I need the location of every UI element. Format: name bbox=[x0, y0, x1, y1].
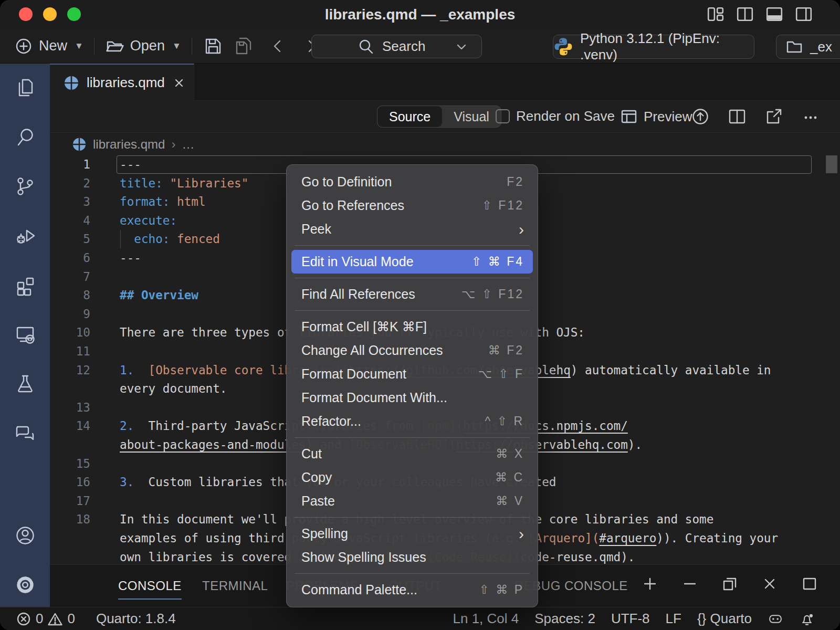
remote-icon[interactable] bbox=[14, 323, 37, 346]
workspace-selector[interactable]: _ex bbox=[776, 35, 840, 59]
status-bell-icon[interactable] bbox=[799, 611, 815, 627]
search-icon bbox=[357, 38, 375, 56]
panel-minimize-icon[interactable] bbox=[680, 574, 699, 593]
bell-icon bbox=[799, 611, 815, 627]
line-number: 1 bbox=[50, 155, 90, 174]
status-copilot-icon[interactable] bbox=[768, 611, 783, 627]
toggle-secondary-sidebar-icon[interactable] bbox=[795, 6, 813, 22]
code-token: --- bbox=[120, 251, 141, 265]
menu-item-copy[interactable]: Copy⌘ C bbox=[287, 466, 538, 489]
menu-item-go-to-references[interactable]: Go to References⇧ F12 bbox=[287, 194, 538, 217]
plus-circle-icon bbox=[15, 37, 33, 55]
status-eol[interactable]: LF bbox=[666, 611, 681, 627]
panel-add-icon[interactable] bbox=[640, 574, 659, 593]
chevron-down-icon bbox=[453, 38, 470, 55]
preview-button[interactable]: Preview bbox=[620, 108, 692, 125]
status-quarto-version[interactable]: Quarto: 1.8.4 bbox=[96, 611, 176, 627]
panel-tab-terminal[interactable]: TERMINAL bbox=[202, 565, 268, 607]
preview-label: Preview bbox=[644, 109, 692, 125]
panel-tab-console[interactable]: CONSOLE bbox=[118, 565, 182, 607]
menu-item-format-document[interactable]: Format Document⌥ ⇧ F bbox=[287, 362, 538, 386]
status-language-mode[interactable]: {} Quarto bbox=[697, 611, 752, 627]
split-editor-icon[interactable] bbox=[728, 107, 747, 126]
menu-item-label: Format Document bbox=[301, 366, 406, 382]
more-actions-icon[interactable] bbox=[801, 107, 820, 126]
menu-item-spelling[interactable]: Spelling› bbox=[287, 522, 538, 545]
menu-item-refactor[interactable]: Refactor...^ ⇧ R bbox=[287, 410, 538, 433]
menu-item-cut[interactable]: Cut⌘ X bbox=[287, 442, 538, 466]
split-editor-columns-icon[interactable] bbox=[736, 6, 754, 22]
menu-separator bbox=[295, 310, 530, 311]
visual-mode-button[interactable]: Visual bbox=[442, 106, 501, 127]
beaker-icon[interactable] bbox=[14, 372, 37, 395]
status-problems[interactable]: 0 0 bbox=[16, 611, 75, 627]
code-text: ## Overview bbox=[120, 286, 198, 305]
menu-item-edit-in-visual-mode[interactable]: Edit in Visual Mode⇧ ⌘ F4 bbox=[291, 250, 533, 274]
panel-restore-icon[interactable] bbox=[720, 574, 739, 593]
code-text: --- bbox=[120, 249, 141, 268]
menu-item-change-all-occurrences[interactable]: Change All Occurrences⌘ F2 bbox=[287, 339, 538, 362]
menu-item-go-to-definition[interactable]: Go to DefinitionF2 bbox=[287, 170, 538, 194]
open-button[interactable]: Open ▼ bbox=[105, 37, 181, 56]
line-number: 2 bbox=[50, 174, 90, 193]
open-in-new-window-icon[interactable] bbox=[764, 107, 783, 126]
code-token: [Arquero]( bbox=[528, 531, 599, 545]
code-token bbox=[134, 363, 148, 377]
new-button[interactable]: New ▼ bbox=[15, 37, 83, 55]
line-number: 8 bbox=[50, 286, 90, 305]
open-button-label: Open bbox=[130, 38, 165, 54]
chevron-down-icon: ▼ bbox=[172, 41, 181, 51]
menu-item-peek[interactable]: Peek› bbox=[287, 217, 538, 241]
status-encoding[interactable]: UTF-8 bbox=[611, 611, 650, 627]
tab-libraries-qmd[interactable]: libraries.qmd bbox=[50, 64, 194, 101]
settings-gear-icon[interactable] bbox=[14, 573, 37, 596]
breadcrumb-file[interactable]: libraries.qmd bbox=[93, 137, 165, 152]
menu-item-paste[interactable]: Paste⌘ V bbox=[287, 489, 538, 513]
save-icon[interactable] bbox=[203, 36, 224, 57]
menu-item-shortcut: ⇧ ⌘ F4 bbox=[471, 255, 524, 269]
menu-item-label: Show Spelling Issues bbox=[301, 550, 426, 565]
status-indentation[interactable]: Spaces: 2 bbox=[534, 611, 595, 627]
code-token: ) automatically available in bbox=[571, 363, 771, 377]
navigate-back-icon[interactable] bbox=[269, 37, 288, 56]
line-number: 12 bbox=[50, 361, 90, 380]
line-number: 18 bbox=[50, 510, 90, 529]
close-tab-icon[interactable] bbox=[172, 76, 186, 90]
editor-scrollbar[interactable] bbox=[826, 155, 837, 173]
preview-icon bbox=[620, 108, 638, 125]
source-control-icon[interactable] bbox=[14, 175, 37, 198]
code-token: #arquero bbox=[599, 531, 656, 545]
render-on-save-checkbox[interactable] bbox=[496, 109, 510, 123]
panel-layout-icon[interactable] bbox=[800, 574, 819, 593]
context-menu: Go to DefinitionF2Go to References⇧ F12P… bbox=[286, 164, 538, 607]
source-mode-button[interactable]: Source bbox=[377, 106, 442, 127]
extensions-icon[interactable] bbox=[14, 274, 37, 297]
menu-item-format-cell-k-f[interactable]: Format Cell [⌘K ⌘F] bbox=[287, 315, 538, 339]
menu-item-label: Spelling bbox=[301, 526, 348, 541]
interpreter-selector[interactable]: Python 3.12.1 (PipEnv: .venv) bbox=[553, 35, 754, 59]
code-token: --- bbox=[120, 158, 141, 171]
menu-item-show-spelling-issues[interactable]: Show Spelling Issues bbox=[287, 545, 538, 569]
menu-item-command-palette[interactable]: Command Palette...⇧ ⌘ P bbox=[287, 578, 538, 602]
status-cursor-position[interactable]: Ln 1, Col 4 bbox=[453, 611, 519, 627]
workspace-label: _ex bbox=[810, 39, 832, 55]
menu-separator bbox=[295, 245, 530, 246]
search-side-icon[interactable] bbox=[14, 125, 37, 149]
submenu-chevron-icon: › bbox=[519, 222, 524, 237]
save-all-icon[interactable] bbox=[233, 36, 254, 57]
breadcrumb[interactable]: libraries.qmd › … bbox=[50, 133, 840, 155]
menu-item-find-all-references[interactable]: Find All References⌥ ⇧ F12 bbox=[287, 282, 538, 306]
account-icon[interactable] bbox=[14, 524, 37, 547]
search-input[interactable]: Search bbox=[311, 35, 482, 58]
breadcrumb-more[interactable]: … bbox=[182, 137, 194, 152]
comments-icon[interactable] bbox=[14, 422, 37, 445]
files-icon[interactable] bbox=[14, 76, 37, 99]
toggle-panel-icon[interactable] bbox=[765, 6, 783, 22]
panel-close-icon[interactable] bbox=[760, 574, 779, 593]
customize-layout-icon[interactable] bbox=[707, 6, 724, 22]
quarto-file-icon bbox=[64, 75, 79, 91]
menu-item-format-document-with[interactable]: Format Document With... bbox=[287, 386, 538, 410]
debug-icon[interactable] bbox=[14, 224, 37, 247]
publish-icon[interactable] bbox=[691, 107, 710, 126]
menu-separator bbox=[295, 517, 530, 518]
